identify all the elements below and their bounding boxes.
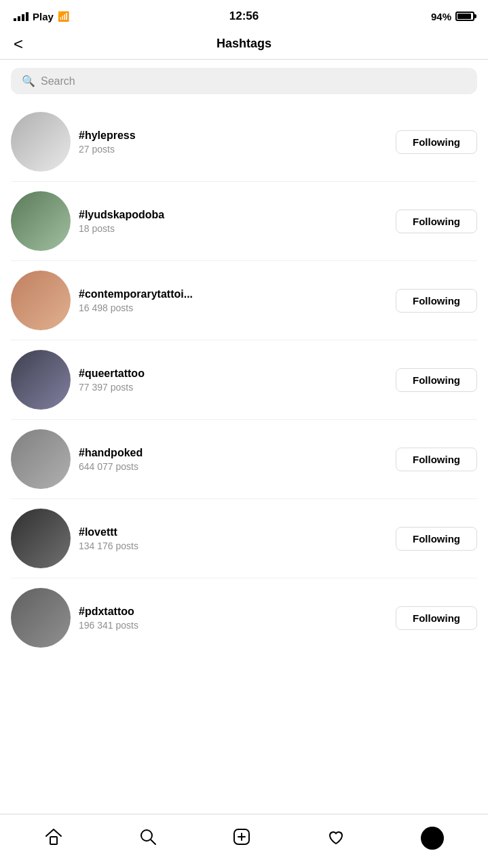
hashtag-item: #pdxtattoo196 341 postsFollowing xyxy=(11,578,477,657)
svg-line-2 xyxy=(151,840,155,844)
hashtag-avatar xyxy=(11,509,71,568)
hashtag-info: #handpoked644 077 posts xyxy=(79,447,388,472)
hashtag-list: #hylepress27 postsFollowing#lyudskapodob… xyxy=(0,102,488,657)
nav-search[interactable] xyxy=(125,822,171,854)
hashtag-item: #queertattoo77 397 postsFollowing xyxy=(11,340,477,420)
hashtag-item: #hylepress27 postsFollowing xyxy=(11,102,477,182)
hashtag-post-count: 644 077 posts xyxy=(79,461,388,472)
hashtag-info: #contemporarytattoi...16 498 posts xyxy=(79,288,388,313)
battery-icon xyxy=(455,12,474,21)
status-left: Play 📶 xyxy=(14,11,69,22)
search-icon: 🔍 xyxy=(22,75,35,87)
profile-avatar xyxy=(421,827,444,850)
hashtag-info: #hylepress27 posts xyxy=(79,130,388,155)
svg-rect-0 xyxy=(50,837,57,844)
svg-point-1 xyxy=(141,830,152,841)
hashtag-name: #hylepress xyxy=(79,130,388,142)
hashtag-name: #pdxtattoo xyxy=(79,606,388,618)
hashtag-avatar xyxy=(11,112,71,172)
page-title: Hashtags xyxy=(217,37,271,51)
hashtag-avatar xyxy=(11,429,71,489)
status-bar: Play 📶 12:56 94% xyxy=(0,0,488,30)
wifi-icon: 📶 xyxy=(58,11,69,22)
bottom-nav xyxy=(0,814,488,868)
search-container: 🔍 Search xyxy=(0,60,488,102)
nav-likes[interactable] xyxy=(313,822,359,854)
status-time: 12:56 xyxy=(229,9,259,23)
hashtag-post-count: 196 341 posts xyxy=(79,620,388,631)
following-button[interactable]: Following xyxy=(396,448,477,471)
search-bar[interactable]: 🔍 Search xyxy=(11,68,477,94)
hashtag-post-count: 134 176 posts xyxy=(79,540,388,551)
main-content: 🔍 Search #hylepress27 postsFollowing#lyu… xyxy=(0,60,488,718)
hashtag-post-count: 77 397 posts xyxy=(79,382,388,393)
battery-percent: 94% xyxy=(431,11,451,22)
hashtag-avatar xyxy=(11,191,71,251)
nav-add[interactable] xyxy=(219,822,265,854)
hashtag-avatar xyxy=(11,350,71,410)
following-button[interactable]: Following xyxy=(396,527,477,551)
hashtag-name: #queertattoo xyxy=(79,368,388,380)
search-placeholder: Search xyxy=(41,75,75,87)
heart-icon xyxy=(326,827,345,849)
search-nav-icon xyxy=(138,827,157,849)
hashtag-item: #lyudskapodoba18 postsFollowing xyxy=(11,182,477,261)
hashtag-post-count: 27 posts xyxy=(79,144,388,155)
hashtag-name: #lovettt xyxy=(79,526,388,538)
hashtag-avatar xyxy=(11,271,71,330)
hashtag-item: #lovettt134 176 postsFollowing xyxy=(11,499,477,578)
hashtag-name: #lyudskapodoba xyxy=(79,209,388,221)
hashtag-info: #pdxtattoo196 341 posts xyxy=(79,606,388,631)
home-icon xyxy=(44,827,63,849)
hashtag-info: #lyudskapodoba18 posts xyxy=(79,209,388,234)
hashtag-info: #lovettt134 176 posts xyxy=(79,526,388,551)
hashtag-name: #contemporarytattoi... xyxy=(79,288,388,300)
following-button[interactable]: Following xyxy=(396,368,477,392)
signal-bars-icon xyxy=(14,12,29,21)
nav-profile[interactable] xyxy=(407,821,457,855)
following-button[interactable]: Following xyxy=(396,289,477,313)
nav-home[interactable] xyxy=(31,822,77,854)
status-right: 94% xyxy=(431,11,474,22)
add-icon xyxy=(232,827,251,849)
hashtag-post-count: 16 498 posts xyxy=(79,302,388,313)
hashtag-post-count: 18 posts xyxy=(79,223,388,234)
hashtag-avatar xyxy=(11,588,71,648)
following-button[interactable]: Following xyxy=(396,210,477,233)
back-button[interactable]: < xyxy=(14,36,23,52)
hashtag-item: #contemporarytattoi...16 498 postsFollow… xyxy=(11,261,477,340)
header: < Hashtags xyxy=(0,30,488,60)
hashtag-item: #handpoked644 077 postsFollowing xyxy=(11,420,477,499)
hashtag-name: #handpoked xyxy=(79,447,388,459)
hashtag-info: #queertattoo77 397 posts xyxy=(79,368,388,393)
following-button[interactable]: Following xyxy=(396,130,477,154)
carrier-label: Play xyxy=(33,11,54,22)
following-button[interactable]: Following xyxy=(396,606,477,630)
